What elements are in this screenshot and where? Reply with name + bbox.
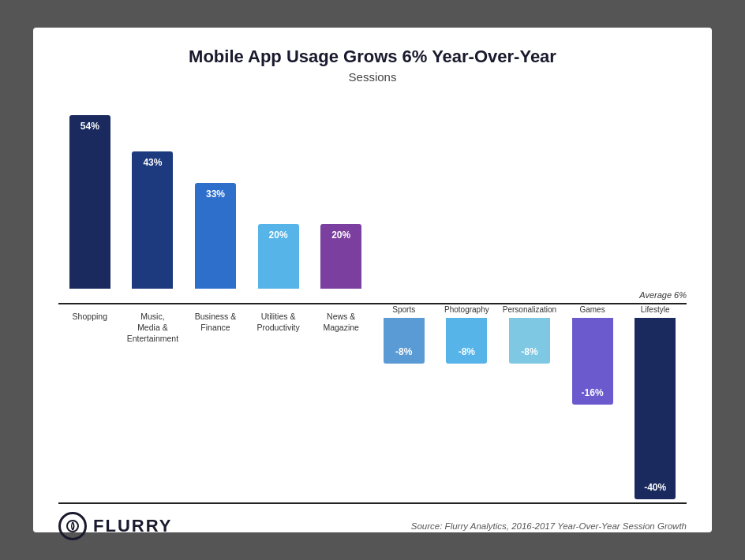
bar-group-lower-sports: Sports-8%: [372, 304, 436, 364]
bar-photography: -8%: [446, 318, 487, 364]
bar-group-lower-games: Games-16%: [561, 304, 624, 405]
bar-group-upper-news: 20%: [309, 99, 372, 289]
bar-group-lower-lifestyle: Lifestyle-40%: [623, 304, 687, 499]
bar-category-label-top-photography: Photography: [444, 304, 489, 315]
flurry-logo: FLURRY: [58, 512, 172, 540]
bar-group-upper-games: [561, 99, 624, 289]
bar-category-label-business: Business &Finance: [193, 311, 238, 333]
bar-category-label-shopping: Shopping: [71, 311, 109, 322]
source-text: Source: Flurry Analytics, 2016-2017 Year…: [411, 521, 687, 531]
bar-group-lower-photography: Photography-8%: [436, 304, 499, 364]
bar-group-upper-personalization: [498, 99, 561, 289]
bar-sports: -8%: [384, 318, 425, 364]
bar-group-upper-utilities: 20%: [247, 99, 310, 289]
bar-utilities: 20%: [258, 224, 299, 289]
bar-group-upper-sports: [372, 99, 436, 289]
bar-group-upper-music: 43%: [122, 99, 185, 289]
flurry-text: FLURRY: [93, 516, 172, 536]
bar-music: 43%: [132, 151, 173, 289]
bar-group-upper-photography: [436, 99, 499, 289]
chart-wrapper: 54%43%33%20%20%Average 6%ShoppingMusic,M…: [58, 99, 687, 499]
bar-category-label-top-lifestyle: Lifestyle: [641, 304, 670, 315]
bar-business: 33%: [195, 183, 236, 289]
bar-category-label-top-personalization: Personalization: [503, 304, 556, 315]
bar-category-label-top-sports: Sports: [392, 304, 415, 315]
chart-title: Mobile App Usage Grows 6% Year-Over-Year: [58, 47, 687, 67]
bar-shopping: 54%: [69, 115, 110, 289]
chart-card: Mobile App Usage Grows 6% Year-Over-Year…: [33, 28, 712, 532]
bar-group-lower-utilities: Utilities &Productivity: [247, 304, 310, 333]
bar-group-lower-news: News &Magazine: [309, 304, 372, 333]
bar-group-upper-shopping: 54%: [58, 99, 122, 289]
chart-subtitle: Sessions: [58, 70, 687, 84]
flurry-icon: [58, 512, 87, 540]
bar-group-lower-shopping: Shopping: [58, 304, 122, 322]
bar-category-label-utilities: Utilities &Productivity: [255, 311, 301, 333]
bar-group-lower-business: Business &Finance: [184, 304, 247, 333]
bar-news: 20%: [320, 224, 361, 289]
bar-category-label-music: Music,Media &Entertainment: [125, 311, 180, 345]
bar-group-upper-lifestyle: [623, 99, 687, 289]
bar-category-label-news: News &Magazine: [321, 311, 361, 333]
bar-lifestyle: -40%: [635, 318, 676, 499]
bar-group-lower-music: Music,Media &Entertainment: [122, 304, 185, 345]
bar-group-lower-personalization: Personalization-8%: [498, 304, 561, 364]
bar-group-upper-business: 33%: [184, 99, 247, 289]
bar-category-label-top-games: Games: [579, 304, 605, 315]
bar-personalization: -8%: [509, 318, 550, 364]
bar-games: -16%: [572, 318, 613, 405]
footer: FLURRY Source: Flurry Analytics, 2016-20…: [58, 502, 687, 540]
